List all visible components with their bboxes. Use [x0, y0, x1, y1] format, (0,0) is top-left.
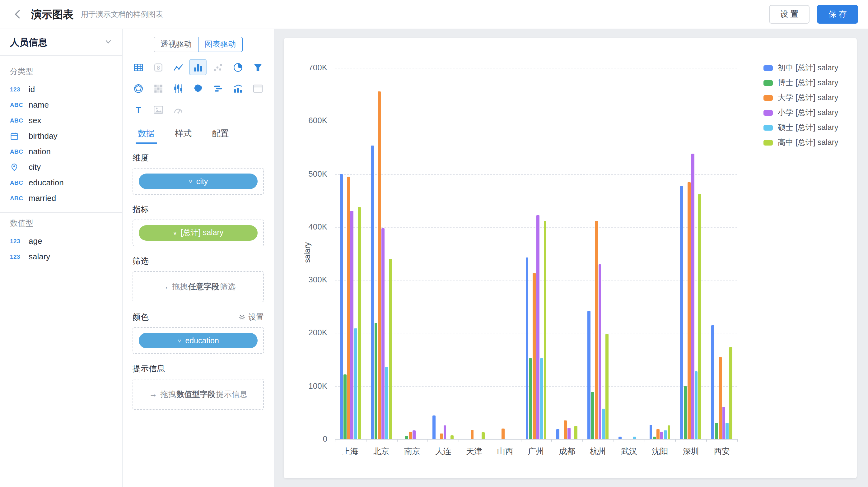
legend-item[interactable]: 博士 [总计] salary	[764, 78, 838, 88]
bar[interactable]	[409, 432, 412, 439]
bar[interactable]	[591, 392, 594, 439]
bar[interactable]	[374, 323, 377, 439]
bar[interactable]	[567, 428, 570, 439]
bar[interactable]	[347, 176, 350, 439]
bar[interactable]	[482, 432, 485, 439]
bar[interactable]	[729, 347, 732, 439]
bar[interactable]	[695, 371, 698, 439]
bar[interactable]	[351, 211, 354, 439]
bar[interactable]	[451, 435, 454, 439]
bar[interactable]	[564, 420, 567, 439]
combo-chart-icon[interactable]	[229, 80, 246, 96]
settings-button[interactable]: 设 置	[769, 5, 810, 24]
tab-chart-driven[interactable]: 图表驱动	[198, 37, 243, 52]
field-age[interactable]: 123 age	[10, 233, 112, 249]
funnel-chart-icon[interactable]	[249, 59, 266, 75]
bar[interactable]	[598, 264, 601, 439]
legend-item[interactable]: 大学 [总计] salary	[764, 93, 838, 103]
bar[interactable]	[664, 431, 667, 439]
bar[interactable]	[680, 186, 683, 439]
bar[interactable]	[412, 430, 416, 439]
dimension-dropzone[interactable]: ∨ city	[132, 168, 264, 195]
bar[interactable]	[378, 91, 381, 439]
bar[interactable]	[594, 221, 598, 439]
bar[interactable]	[667, 425, 671, 439]
bar[interactable]	[343, 375, 347, 439]
bar[interactable]	[684, 386, 687, 439]
field-city[interactable]: city	[10, 159, 112, 175]
bar[interactable]	[691, 154, 694, 439]
bar[interactable]	[433, 416, 436, 439]
bar[interactable]	[440, 433, 443, 439]
tab-data[interactable]: 数据	[128, 124, 164, 144]
bar-chart-icon[interactable]	[189, 59, 207, 75]
bar[interactable]	[502, 428, 505, 439]
field-birthday[interactable]: birthday	[10, 128, 112, 144]
bar[interactable]	[544, 221, 547, 439]
bar[interactable]	[711, 326, 714, 439]
bar[interactable]	[557, 429, 560, 439]
bar[interactable]	[540, 359, 543, 439]
bar[interactable]	[619, 436, 622, 439]
bar[interactable]	[354, 328, 357, 439]
legend-item[interactable]: 小学 [总计] salary	[764, 107, 838, 118]
bar[interactable]	[687, 182, 691, 439]
color-pill-education[interactable]: ∨ education	[139, 333, 257, 348]
metric-dropzone[interactable]: ∨ [总计] salary	[132, 220, 264, 246]
bar[interactable]	[443, 425, 446, 439]
bar[interactable]	[660, 432, 663, 439]
bar[interactable]	[726, 423, 729, 439]
field-nation[interactable]: ABC nation	[10, 144, 112, 159]
bar[interactable]	[385, 367, 388, 439]
legend-item[interactable]: 高中 [总计] salary	[764, 137, 838, 148]
bar[interactable]	[649, 425, 652, 439]
color-dropzone[interactable]: ∨ education	[132, 327, 264, 354]
tab-config[interactable]: 配置	[202, 124, 239, 144]
bar[interactable]	[602, 409, 605, 439]
field-id[interactable]: 123 id	[10, 82, 112, 97]
radar-chart-icon[interactable]	[130, 80, 148, 96]
table-chart-icon[interactable]	[130, 59, 148, 75]
bar[interactable]	[381, 229, 384, 439]
bar[interactable]	[653, 436, 656, 439]
bar[interactable]	[358, 207, 361, 439]
bar[interactable]	[536, 215, 539, 439]
text-widget-icon[interactable]: T	[130, 101, 148, 118]
bar[interactable]	[606, 334, 609, 439]
tab-pivot-driven[interactable]: 透视驱动	[154, 37, 198, 52]
bar[interactable]	[529, 359, 532, 439]
line-chart-icon[interactable]	[169, 59, 187, 75]
bar[interactable]	[405, 436, 408, 439]
wordcloud-chart-icon[interactable]	[209, 80, 227, 96]
bar[interactable]	[722, 407, 725, 439]
bar[interactable]	[699, 194, 702, 439]
field-name[interactable]: ABC name	[10, 97, 112, 112]
kline-chart-icon[interactable]	[169, 80, 187, 96]
bar[interactable]	[719, 357, 722, 439]
legend-item[interactable]: 初中 [总计] salary	[764, 63, 838, 73]
save-button[interactable]: 保 存	[817, 5, 858, 24]
bar[interactable]	[715, 423, 718, 439]
bar[interactable]	[533, 273, 536, 439]
field-sex[interactable]: ABC sex	[10, 112, 112, 128]
field-education[interactable]: ABC education	[10, 175, 112, 190]
tooltip-dropzone[interactable]: →拖拽数值型字段提示信息	[132, 379, 264, 410]
bar[interactable]	[389, 259, 392, 439]
field-salary[interactable]: 123 salary	[10, 249, 112, 264]
field-married[interactable]: ABC married	[10, 190, 112, 206]
bar[interactable]	[340, 174, 343, 439]
bar[interactable]	[657, 429, 660, 439]
pie-chart-icon[interactable]	[229, 59, 246, 75]
dimension-pill-city[interactable]: ∨ city	[139, 173, 257, 189]
bar[interactable]	[587, 311, 590, 439]
color-settings-button[interactable]: 设置	[238, 312, 264, 323]
bar[interactable]	[525, 258, 529, 439]
tab-style[interactable]: 样式	[164, 124, 202, 144]
filter-dropzone[interactable]: →拖拽任意字段筛选	[132, 271, 264, 302]
bar[interactable]	[371, 146, 374, 439]
back-button[interactable]	[10, 6, 26, 22]
dataset-selector[interactable]: 人员信息	[0, 29, 122, 56]
bar[interactable]	[575, 426, 578, 439]
metric-pill-salary[interactable]: ∨ [总计] salary	[139, 225, 257, 241]
bar[interactable]	[471, 429, 474, 439]
